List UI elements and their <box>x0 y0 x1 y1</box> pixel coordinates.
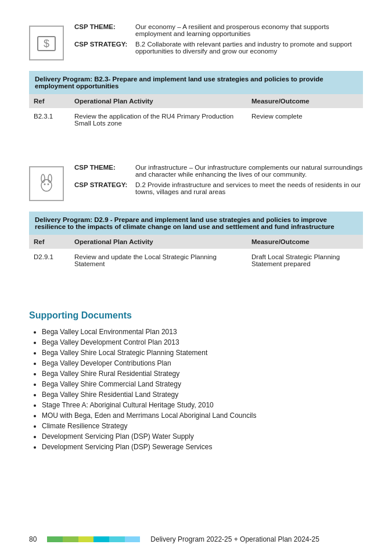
list-item: Stage Three A: Aboriginal Cultural Herit… <box>42 401 363 409</box>
csp-strategy-label-2: CSP STRATEGY: <box>74 181 135 188</box>
list-item: Bega Valley Shire Commercial Land Strate… <box>42 380 363 388</box>
footer: 80 Delivery Program 2022-25 + Operationa… <box>0 535 392 543</box>
infrastructure-icon <box>29 166 64 201</box>
activity-table-1: Ref Operational Plan Activity Measure/Ou… <box>29 94 363 131</box>
cell-ref: D2.9.1 <box>29 249 70 272</box>
th-measure-1: Measure/Outcome <box>247 94 363 108</box>
cell-activity: Review the application of the RU4 Primar… <box>70 108 247 131</box>
table-row: D2.9.1 Review and update the Local Strat… <box>29 249 363 272</box>
th-ref-1: Ref <box>29 94 70 108</box>
th-activity-2: Operational Plan Activity <box>70 235 247 249</box>
csp-theme-value-1: Our economy – A resilient and prosperous… <box>135 23 363 37</box>
th-ref-2: Ref <box>29 235 70 249</box>
list-item: Bega Valley Developer Contributions Plan <box>42 359 363 367</box>
th-measure-2: Measure/Outcome <box>247 235 363 249</box>
csp-strategy-label-1: CSP STRATEGY: <box>74 41 135 48</box>
activity-table-2: Ref Operational Plan Activity Measure/Ou… <box>29 235 363 272</box>
svg-point-5 <box>44 184 46 185</box>
list-item: Bega Valley Shire Residential Land Strat… <box>42 391 363 399</box>
csp-theme-label-2: CSP THEME: <box>74 164 135 171</box>
table-header-row-2: Ref Operational Plan Activity Measure/Ou… <box>29 235 363 249</box>
table-row: B2.3.1 Review the application of the RU4… <box>29 108 363 131</box>
footer-title: Delivery Program 2022-25 + Operational P… <box>150 535 319 543</box>
table-header-row-1: Ref Operational Plan Activity Measure/Ou… <box>29 94 363 108</box>
footer-page-number: 80 <box>29 535 37 543</box>
delivery-banner-1: Delivery Program: B2.3- Prepare and impl… <box>29 71 363 94</box>
list-item: Bega Valley Shire Rural Residential Stra… <box>42 370 363 378</box>
th-activity-1: Operational Plan Activity <box>70 94 247 108</box>
cell-activity: Review and update the Local Strategic Pl… <box>70 249 247 272</box>
section-gap-2 <box>29 288 363 305</box>
csp-text-block-2: CSP THEME: Our infrastructure – Our infr… <box>74 164 363 199</box>
section-gap-1 <box>29 148 363 164</box>
csp-strategy-row-2: CSP STRATEGY: D.2 Provide infrastructure… <box>74 181 363 195</box>
csp-strategy-value-2: D.2 Provide infrastructure and services … <box>135 181 363 195</box>
svg-text:$: $ <box>44 38 49 49</box>
delivery-banner-2: Delivery Program: D2.9 - Prepare and imp… <box>29 212 363 235</box>
list-item: Development Servicing Plan (DSP) Water S… <box>42 432 363 441</box>
supporting-documents: Supporting Documents Bega Valley Local E… <box>29 310 363 451</box>
list-item: Climate Resilience Strategy <box>42 422 363 430</box>
svg-point-2 <box>41 180 52 191</box>
csp-block-1: $ CSP THEME: Our economy – A resilient a… <box>29 23 363 60</box>
csp-strategy-value-1: B.2 Collaborate with relevant parties an… <box>135 41 363 55</box>
supporting-title: Supporting Documents <box>29 310 363 321</box>
cell-ref: B2.3.1 <box>29 108 70 131</box>
cell-measure: Draft Local Strategic Planning Statement… <box>247 249 363 272</box>
list-item: Bega Valley Local Environmental Plan 201… <box>42 328 363 336</box>
svg-point-6 <box>48 184 49 185</box>
csp-strategy-row-1: CSP STRATEGY: B.2 Collaborate with relev… <box>74 41 363 55</box>
list-item: Bega Valley Development Control Plan 201… <box>42 338 363 346</box>
supporting-list: Bega Valley Local Environmental Plan 201… <box>29 328 363 451</box>
csp-theme-row-1: CSP THEME: Our economy – A resilient and… <box>74 23 363 37</box>
cell-measure: Review complete <box>247 108 363 131</box>
csp-block-2: CSP THEME: Our infrastructure – Our infr… <box>29 164 363 201</box>
list-item: Bega Valley Shire Local Strategic Planni… <box>42 349 363 357</box>
csp-text-block-1: CSP THEME: Our economy – A resilient and… <box>74 23 363 58</box>
footer-color-bar <box>47 536 140 542</box>
csp-theme-label-1: CSP THEME: <box>74 23 135 30</box>
csp-theme-row-2: CSP THEME: Our infrastructure – Our infr… <box>74 164 363 178</box>
economy-icon: $ <box>29 26 64 60</box>
page-content: $ CSP THEME: Our economy – A resilient a… <box>0 0 392 488</box>
list-item: MOU with Bega, Eden and Merrimans Local … <box>42 411 363 420</box>
list-item: Development Servicing Plan (DSP) Sewerag… <box>42 443 363 451</box>
csp-theme-value-2: Our infrastructure – Our infrastructure … <box>135 164 363 178</box>
